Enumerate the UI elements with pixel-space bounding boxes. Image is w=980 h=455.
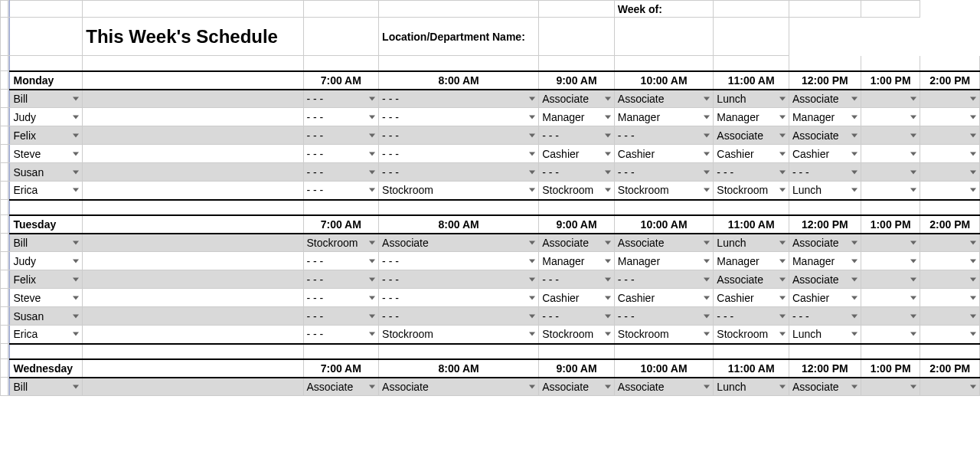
schedule-cell[interactable]: - - - <box>614 163 714 182</box>
schedule-cell[interactable] <box>920 307 980 326</box>
schedule-cell[interactable]: - - - <box>789 307 861 326</box>
schedule-cell[interactable] <box>920 182 980 200</box>
schedule-cell[interactable]: - - - <box>614 126 714 145</box>
schedule-cell[interactable]: - - - <box>379 307 539 326</box>
schedule-cell[interactable]: Cashier <box>789 145 861 163</box>
schedule-cell[interactable] <box>861 163 920 182</box>
schedule-cell[interactable]: - - - <box>379 163 539 182</box>
schedule-cell[interactable] <box>861 90 920 108</box>
schedule-cell[interactable]: Associate <box>714 126 789 145</box>
schedule-cell[interactable]: Associate <box>379 234 539 252</box>
schedule-cell[interactable]: Stockroom <box>379 182 539 200</box>
schedule-cell[interactable]: - - - <box>303 270 379 289</box>
schedule-cell[interactable]: - - - <box>379 126 539 145</box>
schedule-cell[interactable] <box>920 145 980 163</box>
schedule-cell[interactable] <box>861 289 920 307</box>
schedule-cell[interactable] <box>920 252 980 270</box>
employee-name-cell[interactable]: Erica <box>10 326 83 344</box>
schedule-cell[interactable]: Stockroom <box>614 326 714 344</box>
schedule-cell[interactable]: - - - <box>614 307 714 326</box>
schedule-cell[interactable]: Associate <box>789 270 861 289</box>
employee-name-cell[interactable]: Bill <box>10 90 83 108</box>
schedule-cell[interactable]: Associate <box>614 90 714 108</box>
schedule-cell[interactable] <box>861 307 920 326</box>
schedule-cell[interactable]: Stockroom <box>303 234 379 252</box>
schedule-cell[interactable]: Lunch <box>714 234 789 252</box>
schedule-cell[interactable] <box>920 108 980 126</box>
employee-name-cell[interactable]: Felix <box>10 270 83 289</box>
schedule-cell[interactable] <box>861 270 920 289</box>
schedule-cell[interactable]: Cashier <box>714 145 789 163</box>
schedule-cell[interactable]: Manager <box>539 252 615 270</box>
schedule-cell[interactable]: Manager <box>714 252 789 270</box>
schedule-cell[interactable]: - - - <box>379 289 539 307</box>
schedule-cell[interactable]: Associate <box>539 234 615 252</box>
schedule-cell[interactable] <box>920 163 980 182</box>
schedule-cell[interactable] <box>861 234 920 252</box>
schedule-cell[interactable]: - - - <box>614 270 714 289</box>
schedule-cell[interactable]: - - - <box>379 145 539 163</box>
schedule-cell[interactable]: Lunch <box>714 90 789 108</box>
schedule-cell[interactable]: Stockroom <box>714 326 789 344</box>
schedule-cell[interactable]: Lunch <box>789 182 861 200</box>
schedule-cell[interactable]: - - - <box>539 126 615 145</box>
schedule-cell[interactable]: Cashier <box>789 289 861 307</box>
schedule-cell[interactable]: - - - <box>714 163 789 182</box>
schedule-cell[interactable]: Lunch <box>789 326 861 344</box>
schedule-cell[interactable]: Associate <box>789 126 861 145</box>
schedule-cell[interactable]: - - - <box>379 108 539 126</box>
schedule-cell[interactable]: Associate <box>714 270 789 289</box>
schedule-cell[interactable]: - - - <box>303 126 379 145</box>
employee-name-cell[interactable]: Felix <box>10 126 83 145</box>
schedule-cell[interactable] <box>861 378 920 396</box>
schedule-cell[interactable]: Associate <box>303 378 379 396</box>
schedule-cell[interactable]: Manager <box>714 108 789 126</box>
schedule-cell[interactable]: - - - <box>379 252 539 270</box>
schedule-cell[interactable]: - - - <box>539 307 615 326</box>
schedule-cell[interactable]: - - - <box>303 182 379 200</box>
schedule-cell[interactable]: Stockroom <box>379 326 539 344</box>
schedule-cell[interactable] <box>861 145 920 163</box>
schedule-cell[interactable]: Associate <box>539 378 615 396</box>
schedule-cell[interactable]: Associate <box>614 378 714 396</box>
schedule-cell[interactable] <box>861 326 920 344</box>
schedule-cell[interactable]: Stockroom <box>714 182 789 200</box>
schedule-cell[interactable]: Cashier <box>539 289 615 307</box>
schedule-cell[interactable]: - - - <box>303 326 379 344</box>
employee-name-cell[interactable]: Bill <box>10 378 83 396</box>
schedule-cell[interactable] <box>920 126 980 145</box>
employee-name-cell[interactable]: Judy <box>10 108 83 126</box>
schedule-cell[interactable]: Manager <box>539 108 615 126</box>
schedule-cell[interactable] <box>920 270 980 289</box>
schedule-cell[interactable]: Stockroom <box>539 182 615 200</box>
schedule-cell[interactable]: Manager <box>789 108 861 126</box>
schedule-cell[interactable]: - - - <box>303 289 379 307</box>
schedule-cell[interactable]: - - - <box>714 307 789 326</box>
schedule-cell[interactable]: Associate <box>789 378 861 396</box>
schedule-cell[interactable]: Cashier <box>714 289 789 307</box>
schedule-cell[interactable]: - - - <box>303 108 379 126</box>
schedule-cell[interactable]: - - - <box>303 163 379 182</box>
schedule-cell[interactable]: Associate <box>789 234 861 252</box>
schedule-cell[interactable] <box>920 289 980 307</box>
schedule-cell[interactable]: Cashier <box>614 145 714 163</box>
schedule-cell[interactable]: - - - <box>303 252 379 270</box>
schedule-cell[interactable]: - - - <box>303 145 379 163</box>
schedule-cell[interactable]: Manager <box>789 252 861 270</box>
schedule-cell[interactable] <box>861 252 920 270</box>
schedule-cell[interactable]: Stockroom <box>539 326 615 344</box>
schedule-cell[interactable]: - - - <box>539 270 615 289</box>
schedule-cell[interactable] <box>861 108 920 126</box>
schedule-cell[interactable]: Associate <box>789 90 861 108</box>
employee-name-cell[interactable]: Judy <box>10 252 83 270</box>
employee-name-cell[interactable]: Steve <box>10 289 83 307</box>
schedule-cell[interactable] <box>861 126 920 145</box>
employee-name-cell[interactable]: Steve <box>10 145 83 163</box>
schedule-cell[interactable]: Associate <box>539 90 615 108</box>
schedule-cell[interactable]: Associate <box>614 234 714 252</box>
schedule-cell[interactable]: - - - <box>379 270 539 289</box>
schedule-cell[interactable] <box>920 234 980 252</box>
schedule-cell[interactable]: Manager <box>614 108 714 126</box>
schedule-cell[interactable] <box>861 182 920 200</box>
schedule-cell[interactable]: Associate <box>379 378 539 396</box>
